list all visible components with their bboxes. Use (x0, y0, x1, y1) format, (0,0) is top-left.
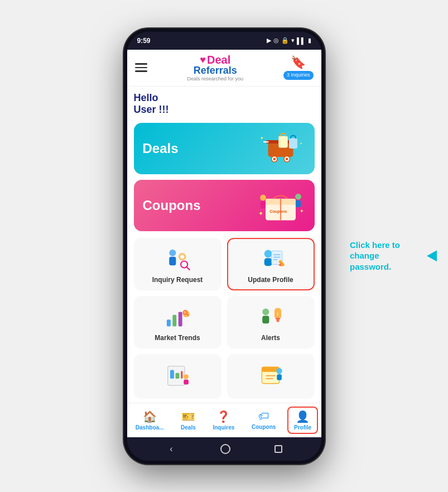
status-time: 9:59 (137, 37, 151, 45)
annotation-line1: Click here to (350, 240, 400, 250)
svg-point-15 (295, 193, 301, 199)
alerts-label: Alerts (261, 334, 280, 342)
bottom-nav: 🏠 Dashboa... 🎫 Deals ❓ Inquires 🏷 Coupon… (127, 403, 321, 437)
logo-tagline: Deals researched for you (187, 76, 243, 82)
coupons-svg: ✦ ✦ Coupons (256, 188, 306, 223)
svg-rect-21 (169, 256, 176, 265)
inquiry-badge: 3 Inquiries (283, 71, 314, 80)
market-trends-icon (163, 305, 192, 329)
greeting-line1: Hello (134, 92, 158, 103)
menu-item-reports[interactable] (134, 354, 221, 399)
reports-icon (163, 363, 192, 388)
nav-item-coupons[interactable]: 🏷 Coupons (246, 408, 281, 432)
dashboard-label: Dashboa... (136, 424, 164, 431)
signal-icon: ▌▌ (297, 37, 306, 44)
svg-point-13 (260, 194, 266, 200)
nav-item-deals[interactable]: 🎫 Deals (175, 408, 201, 433)
svg-rect-46 (170, 370, 174, 379)
inquiries-label: Inquires (213, 424, 234, 431)
svg-point-26 (264, 250, 272, 257)
svg-rect-56 (277, 374, 282, 380)
phone-screen: ♥ Deal Referrals Deals researched for yo… (127, 50, 321, 437)
menu-item-support[interactable] (227, 354, 315, 399)
home-gesture[interactable] (220, 444, 230, 454)
svg-rect-48 (181, 371, 182, 379)
coupons-banner[interactable]: Coupons (134, 180, 315, 231)
bookmark-icon: 🔖 (291, 55, 306, 70)
svg-rect-6 (278, 136, 288, 147)
logo-referrals-text: Referrals (194, 65, 237, 75)
svg-point-4 (273, 157, 276, 160)
support-icon (256, 363, 285, 388)
logo-heart-icon: ♥ (200, 55, 206, 65)
update-profile-icon (256, 247, 285, 271)
coupons-nav-label: Coupons (252, 424, 276, 430)
svg-point-20 (169, 249, 176, 256)
outer-wrapper: Click here to change password. 9:59 ▶ ◎ … (0, 0, 448, 492)
menu-item-alerts[interactable]: ! Alerts (227, 296, 315, 348)
dashboard-icon: 🏠 (143, 410, 157, 423)
profile-nav-icon: 👤 (296, 410, 310, 423)
svg-rect-47 (176, 372, 180, 378)
alerts-icon: ! (256, 305, 285, 329)
svg-rect-14 (261, 201, 266, 208)
coupons-label: Coupons (143, 198, 201, 213)
market-trends-label: Market Trends (155, 334, 200, 342)
nav-item-dashboard[interactable]: 🏠 Dashboa... (130, 408, 170, 433)
annotation-wrapper: Click here to change password. (350, 240, 437, 273)
hamburger-line-3 (135, 70, 147, 72)
profile-nav-label: Profile (294, 424, 311, 431)
inquiry-badge-line1: 3 Inquiries (287, 72, 310, 79)
svg-rect-27 (264, 258, 272, 266)
inquiry-badge-button[interactable]: 🔖 3 Inquiries (283, 55, 314, 80)
menu-item-update-profile[interactable]: Update Profile (227, 238, 315, 290)
update-profile-label: Update Profile (248, 276, 293, 284)
logo-deal-text: Deal (207, 54, 230, 65)
app-header: ♥ Deal Referrals Deals researched for yo… (127, 50, 321, 87)
svg-rect-41 (262, 316, 269, 323)
svg-point-49 (184, 374, 189, 379)
app-main: Hello User !!! Deals (127, 87, 321, 403)
svg-text:✦: ✦ (258, 209, 263, 216)
svg-rect-7 (289, 138, 297, 149)
phone-bottom-bar: ‹ (127, 437, 321, 461)
inquiry-icon (163, 247, 192, 271)
annotation-arrow-shape (427, 250, 437, 261)
annotation-line2: change password. (350, 251, 391, 271)
hamburger-line-1 (135, 63, 147, 65)
deals-banner[interactable]: Deals (134, 123, 315, 174)
logo-area: ♥ Deal Referrals Deals researched for yo… (187, 54, 243, 82)
svg-rect-16 (296, 200, 301, 207)
greeting: Hello User !!! (134, 92, 315, 116)
annotation-text: Click here to change password. (350, 240, 422, 273)
svg-rect-34 (167, 319, 171, 326)
svg-text:!: ! (277, 312, 278, 317)
nav-item-profile[interactable]: 👤 Profile (287, 407, 318, 434)
logo-name: ♥ Deal (200, 54, 230, 65)
media-icon: ▶ (267, 37, 271, 44)
svg-text:✦: ✦ (300, 208, 304, 214)
menu-item-market-trends[interactable]: Market Trends (134, 296, 221, 348)
svg-point-40 (262, 308, 269, 315)
shopping-cart-svg: ✦ ✦ (256, 131, 306, 166)
coupons-illustration: ✦ ✦ Coupons (256, 188, 306, 223)
gps-icon: ◎ (273, 37, 279, 44)
svg-line-25 (186, 267, 189, 270)
back-gesture[interactable]: ‹ (166, 443, 177, 455)
svg-point-23 (180, 255, 184, 259)
inquiries-icon: ❓ (216, 410, 230, 423)
svg-rect-50 (184, 379, 189, 384)
svg-rect-36 (179, 312, 182, 326)
status-bar: 9:59 ▶ ◎ 🔒 ▾ ▌▌ ▮ (127, 32, 321, 50)
menu-item-inquiry[interactable]: Inquiry Request (134, 238, 221, 290)
wifi-icon: ▾ (291, 37, 295, 44)
phone-shell: 9:59 ▶ ◎ 🔒 ▾ ▌▌ ▮ ♥ (124, 28, 325, 464)
hamburger-line-2 (135, 67, 147, 69)
hamburger-menu[interactable] (135, 63, 147, 72)
status-icons: ▶ ◎ 🔒 ▾ ▌▌ ▮ (267, 37, 311, 44)
recents-gesture[interactable] (274, 445, 282, 453)
inquiry-label: Inquiry Request (152, 276, 203, 284)
nav-item-inquiries[interactable]: ❓ Inquires (207, 408, 240, 433)
power-button (324, 121, 325, 149)
svg-text:Coupons: Coupons (269, 209, 287, 214)
